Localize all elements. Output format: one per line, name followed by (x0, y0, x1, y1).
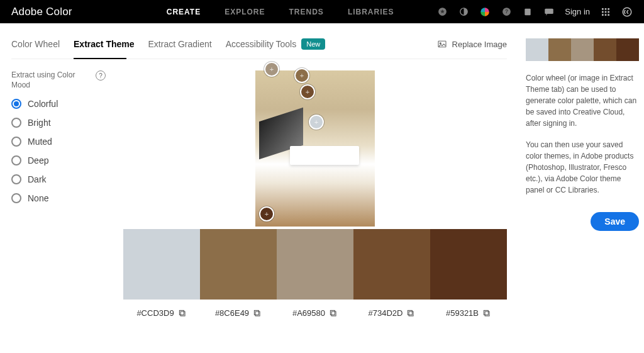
side-help-1: Color wheel (or image in Extract Theme t… (526, 72, 639, 129)
svg-rect-23 (330, 310, 335, 315)
replace-image-label: Replace Image (452, 40, 507, 49)
star-icon[interactable] (436, 6, 448, 18)
hex-value[interactable]: #CCD3D9 (136, 308, 174, 318)
svg-rect-20 (255, 311, 260, 316)
subtabs: Color Wheel Extract Theme Extract Gradie… (11, 38, 507, 59)
comment-icon[interactable] (543, 6, 555, 18)
swatch[interactable] (123, 229, 200, 300)
tab-color-wheel[interactable]: Color Wheel (11, 39, 60, 49)
svg-rect-25 (408, 310, 413, 315)
svg-rect-12 (602, 14, 604, 16)
mood-deep[interactable]: Deep (11, 155, 106, 165)
svg-rect-13 (605, 14, 607, 16)
topbar: Adobe Color CREATE EXPLORE TRENDS LIBRAR… (0, 0, 644, 23)
topbar-right: ? Sign in (436, 6, 633, 18)
svg-rect-10 (605, 11, 607, 13)
tab-extract-gradient[interactable]: Extract Gradient (148, 39, 212, 49)
color-wheel-icon[interactable] (479, 6, 491, 18)
nav-libraries[interactable]: LIBRARIES (348, 8, 394, 16)
notification-icon[interactable] (522, 6, 533, 18)
color-picker-point[interactable] (309, 115, 324, 130)
swatch[interactable] (200, 229, 277, 300)
color-picker-point[interactable] (294, 68, 309, 83)
mood-colorful[interactable]: Colorful (11, 99, 106, 109)
swatch[interactable] (353, 229, 430, 300)
mini-palette[interactable] (526, 38, 639, 61)
mini-swatch (526, 38, 548, 61)
hex-value[interactable]: #8C6E49 (215, 308, 249, 318)
side-panel: Color wheel (or image in Extract Theme t… (526, 38, 639, 353)
color-picker-point[interactable] (259, 206, 274, 221)
mini-swatch (571, 38, 594, 61)
hex-value[interactable]: #A69580 (292, 308, 325, 318)
nav-explore[interactable]: EXPLORE (225, 8, 265, 16)
mood-label: None (28, 193, 48, 203)
svg-rect-8 (608, 8, 609, 10)
new-badge: New (301, 38, 325, 50)
mood-label: Colorful (28, 99, 58, 109)
extract-canvas: #CCD3D9 #8C6E49 #A69580 #734D2D #59321B (123, 70, 507, 318)
copy-icon[interactable] (329, 309, 338, 318)
mini-swatch (548, 38, 571, 61)
swatch[interactable] (277, 229, 353, 300)
side-help-2: You can then use your saved color themes… (526, 139, 639, 196)
svg-rect-26 (485, 311, 489, 316)
replace-image-button[interactable]: Replace Image (437, 39, 507, 49)
mood-panel: Extract using Color Mood ? Colorful Brig… (11, 70, 106, 318)
mood-none[interactable]: None (11, 193, 106, 203)
radio-icon (11, 193, 21, 203)
source-image[interactable] (255, 70, 375, 227)
svg-rect-24 (409, 311, 414, 316)
svg-rect-22 (331, 311, 336, 316)
hex-value[interactable]: #734D2D (369, 308, 403, 318)
save-button[interactable]: Save (591, 212, 639, 231)
mood-label: Deep (28, 155, 48, 165)
copy-icon[interactable] (178, 309, 187, 318)
tab-extract-theme[interactable]: Extract Theme (74, 39, 134, 49)
svg-rect-14 (608, 14, 609, 16)
nav-trends[interactable]: TRENDS (289, 8, 324, 16)
svg-rect-9 (602, 11, 604, 13)
copy-icon[interactable] (482, 309, 491, 318)
hex-value[interactable]: #59321B (446, 308, 479, 318)
color-picker-point[interactable] (300, 84, 315, 99)
radio-icon (11, 118, 21, 128)
radio-icon (11, 174, 21, 184)
tab-accessibility[interactable]: Accessibility Tools (226, 39, 297, 49)
copy-icon[interactable] (406, 309, 415, 318)
color-picker-point[interactable] (264, 62, 279, 77)
svg-rect-11 (608, 11, 609, 13)
radio-icon (11, 155, 21, 165)
cc-icon[interactable] (621, 6, 633, 18)
sign-in-link[interactable]: Sign in (565, 7, 590, 16)
radio-icon (11, 99, 21, 109)
apps-icon[interactable] (600, 6, 611, 18)
mood-dark[interactable]: Dark (11, 174, 106, 184)
mini-swatch (594, 38, 616, 61)
swatch[interactable] (430, 229, 507, 300)
mood-title: Extract using Color Mood (11, 70, 91, 90)
brand: Adobe Color (11, 6, 72, 18)
contrast-icon[interactable] (458, 6, 469, 18)
svg-point-17 (440, 43, 441, 44)
svg-rect-6 (602, 8, 604, 10)
svg-rect-7 (605, 8, 607, 10)
svg-text:?: ? (505, 8, 508, 14)
mini-swatch (616, 38, 639, 61)
mood-label: Muted (28, 137, 52, 147)
svg-rect-27 (484, 310, 488, 315)
mood-bright[interactable]: Bright (11, 118, 106, 128)
copy-icon[interactable] (253, 309, 262, 318)
mood-label: Dark (28, 174, 47, 184)
svg-rect-4 (525, 8, 531, 15)
image-icon (437, 39, 447, 49)
nav-create[interactable]: CREATE (167, 8, 201, 16)
svg-rect-18 (180, 311, 185, 316)
mood-muted[interactable]: Muted (11, 137, 106, 147)
radio-icon (11, 137, 21, 147)
help-icon[interactable]: ? (501, 6, 512, 18)
mood-help-icon[interactable]: ? (96, 70, 106, 81)
svg-rect-21 (254, 310, 258, 315)
svg-rect-19 (179, 310, 184, 315)
svg-rect-5 (545, 8, 554, 13)
